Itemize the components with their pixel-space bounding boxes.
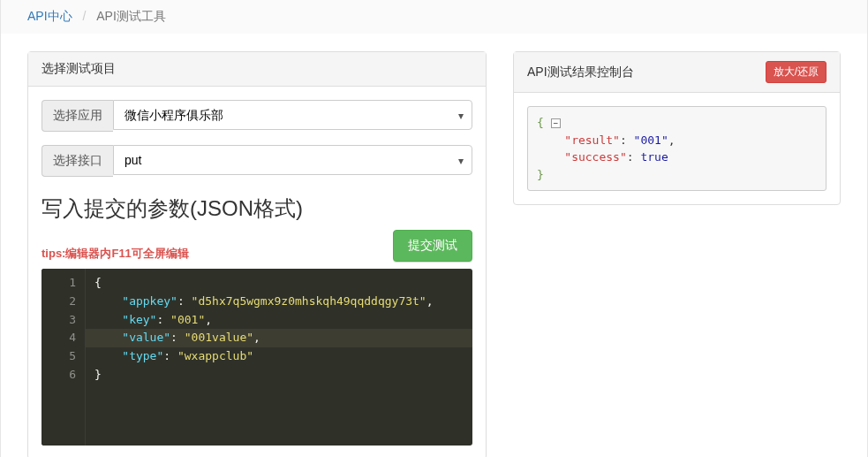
json-editor[interactable]: 123456 { "appkey": "d5hx7q5wgmx9z0mhskqh… — [42, 269, 472, 446]
api-select-label: 选择接口 — [42, 145, 113, 177]
breadcrumb-separator: / — [82, 9, 86, 23]
breadcrumb: API中心 / API测试工具 — [1, 0, 867, 34]
test-config-panel-heading: 选择测试项目 — [28, 52, 486, 87]
code-line[interactable]: } — [94, 366, 464, 385]
breadcrumb-root-link[interactable]: API中心 — [27, 9, 72, 23]
submit-test-button[interactable]: 提交测试 — [393, 230, 472, 262]
test-config-panel: 选择测试项目 选择应用 微信小程序俱乐部 选择接口 — [27, 51, 487, 457]
collapse-icon[interactable]: − — [551, 118, 561, 128]
api-select-group: 选择接口 put — [42, 145, 472, 177]
gutter-line: 2 — [42, 293, 85, 311]
app-select-label: 选择应用 — [42, 100, 113, 132]
gutter-line: 6 — [42, 366, 85, 385]
code-line[interactable]: "type": "wxappclub" — [94, 347, 464, 366]
api-select[interactable]: put — [113, 145, 472, 175]
gutter-line: 3 — [42, 311, 85, 330]
tips-prefix: tips: — [42, 247, 65, 260]
breadcrumb-current: API测试工具 — [96, 9, 166, 23]
result-line: { − — [537, 114, 817, 132]
result-console-heading: API测试结果控制台 放大/还原 — [514, 52, 840, 93]
test-config-panel-title: 选择测试项目 — [42, 61, 116, 77]
gutter-line: 1 — [42, 274, 85, 293]
gutter-line: 4 — [42, 329, 85, 347]
app-select[interactable]: 微信小程序俱乐部 — [113, 100, 472, 130]
gutter-line: 5 — [42, 347, 85, 366]
params-section-title: 写入提交的参数(JSON格式) — [42, 194, 472, 223]
editor-tips: tips:编辑器内F11可全屏编辑 — [42, 246, 189, 262]
result-json-box: { − "result": "001", "success": true} — [527, 106, 826, 191]
code-line[interactable]: { — [94, 274, 464, 293]
toggle-size-button[interactable]: 放大/还原 — [766, 61, 826, 83]
editor-code-area[interactable]: { "appkey": "d5hx7q5wgmx9z0mhskqh49qqddq… — [86, 269, 472, 446]
code-line[interactable]: "appkey": "d5hx7q5wgmx9z0mhskqh49qqddqgy… — [94, 293, 464, 311]
result-console-title: API测试结果控制台 — [527, 65, 634, 80]
result-line: } — [537, 166, 817, 184]
code-line[interactable]: "value": "001value", — [86, 329, 472, 347]
result-console-panel: API测试结果控制台 放大/还原 { − "result": "001", "s… — [513, 51, 841, 205]
result-line: "result": "001", — [537, 132, 817, 149]
tips-text: 编辑器内F11可全屏编辑 — [65, 247, 188, 260]
code-line[interactable]: "key": "001", — [94, 311, 464, 330]
app-select-group: 选择应用 微信小程序俱乐部 — [42, 100, 472, 132]
result-line: "success": true — [537, 149, 817, 166]
editor-gutter: 123456 — [42, 269, 86, 446]
